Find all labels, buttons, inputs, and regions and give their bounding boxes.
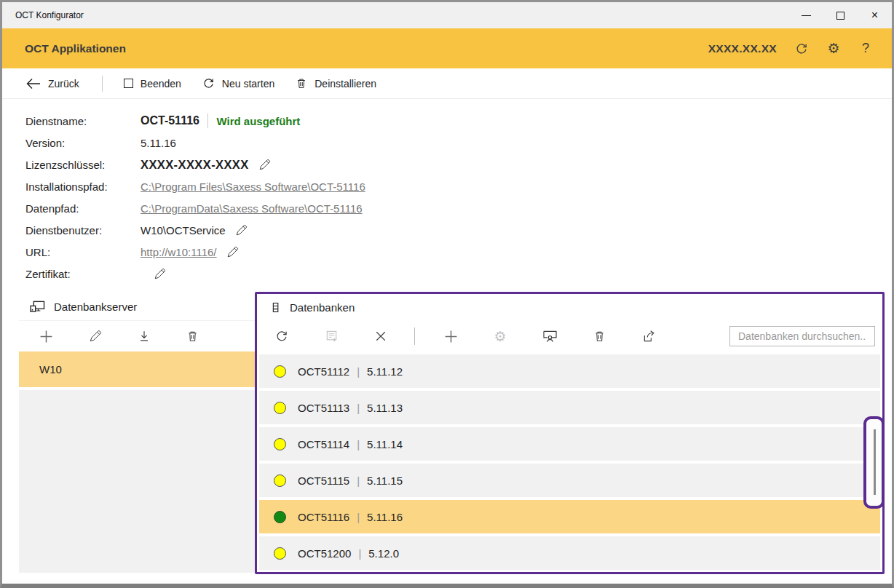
import-server-button[interactable] [119,330,168,343]
status-dot [274,402,286,414]
edit-license-button[interactable] [258,159,271,171]
pencil-icon [226,246,239,258]
edit-service-user-button[interactable] [235,224,248,237]
license-value: XXXX-XXXX-XXXX [141,158,249,172]
pencil-icon [258,159,271,171]
database-name: OCT51114 [298,438,349,450]
document-add-icon [325,330,339,343]
status-dot [274,474,286,487]
toolbar-divider [102,76,103,92]
detail-row-version: Version: 5.11.16 [25,132,365,154]
pencil-icon [235,224,248,237]
monitor-user-icon [542,330,558,343]
database-version: 5.12.0 [368,547,399,560]
database-name: OCT51115 [298,474,349,487]
data-path-link[interactable]: C:\ProgramData\Saxess Software\OCT-51116 [141,202,363,215]
edit-server-button[interactable] [71,330,119,343]
add-server-button[interactable] [22,330,71,343]
delete-server-button[interactable] [168,330,217,343]
plus-icon [444,330,458,343]
url-link[interactable]: http://w10:1116/ [141,246,217,258]
database-name: OCT51112 [298,365,349,378]
titlebar: OCT Konfigurator × [2,2,892,28]
detail-row-url: URL: http://w10:1116/ [25,241,365,263]
detail-row-license: Lizenzschlüssel: XXXX-XXXX-XXXX [25,154,365,175]
page-title: OCT Applikationen [25,42,126,55]
database-list-item[interactable]: OCT51113 | 5.11.13 [259,391,880,424]
edit-url-button[interactable] [226,246,239,258]
back-button[interactable]: Zurück [26,78,79,90]
refresh-icon[interactable] [794,41,809,56]
detail-row-certificate: Zertifikat: [25,263,365,285]
version-label: Version: [25,137,141,149]
separator: | [357,474,360,487]
stop-service-button[interactable]: Beenden [124,78,181,90]
edit-certificate-button[interactable] [154,268,166,280]
restart-service-button[interactable]: Neu starten [202,77,274,90]
database-list: OCT51112 | 5.11.12 OCT51113 | 5.11.13 OC… [259,354,880,570]
database-server-panel: Datenbankserver W10 [19,293,255,573]
scrollbar-highlight-box [863,416,885,509]
app-header: OCT Applikationen XXXX.XX.XX ⚙ ? [2,28,892,68]
devices-icon [29,300,46,314]
status-divider [207,114,209,128]
app-window: OCT Konfigurator × OCT Applikationen XXX… [0,0,894,588]
connect-user-button[interactable] [525,330,574,343]
database-list-item[interactable]: OCT51112 | 5.11.12 [259,354,880,388]
database-version: 5.11.13 [367,402,403,414]
database-list-item[interactable]: OCT51116 | 5.11.16 [259,500,880,533]
delete-database-button[interactable] [574,330,624,343]
server-name: W10 [39,363,62,376]
add-database-button[interactable] [426,330,475,343]
command-bar: Zurück Beenden Neu starten Deinstalliere… [2,68,892,99]
toolbar-divider [414,327,415,345]
refresh-databases-button[interactable] [257,330,306,343]
server-panel-title: Datenbankserver [54,301,137,313]
service-name-label: Dienstname: [25,115,141,127]
server-list-empty-area [19,390,255,573]
database-version: 5.11.12 [367,365,403,378]
export-database-button[interactable] [624,330,673,343]
detail-row-data-path: Datenpfad: C:\ProgramData\Saxess Softwar… [25,197,365,219]
restart-label: Neu starten [222,78,274,90]
status-dot [274,438,286,450]
database-list-item[interactable]: OCT51200 | 5.12.0 [259,536,880,570]
uninstall-button[interactable]: Deinstallieren [296,77,376,90]
server-panel-toolbar [19,320,255,351]
database-search-input[interactable] [729,326,875,346]
script-add-button[interactable] [306,330,356,343]
uninstall-label: Deinstallieren [315,78,376,90]
separator: | [357,511,360,523]
database-list-item[interactable]: OCT51115 | 5.11.15 [259,464,880,497]
download-icon [138,330,151,343]
install-path-link[interactable]: C:\Program Files\Saxess Software\OCT-511… [141,180,365,193]
data-path-label: Datenpfad: [25,202,141,215]
maximize-button[interactable] [823,2,858,28]
gear-icon[interactable]: ⚙ [826,41,841,56]
url-label: URL: [25,246,141,258]
server-panel-header: Datenbankserver [19,293,255,320]
database-version: 5.11.15 [367,474,403,487]
certificate-label: Zertifikat: [25,268,141,280]
databases-panel-header: Datenbanken [257,294,882,320]
database-list-item[interactable]: OCT51114 | 5.11.14 [259,427,880,461]
database-settings-button[interactable]: ⚙ [475,330,525,343]
scrollbar-thumb[interactable] [874,429,876,495]
install-path-label: Installationspfad: [25,180,141,193]
stop-icon [124,79,133,88]
help-icon[interactable]: ? [858,41,873,56]
databases-toolbar: ⚙ [257,320,882,352]
status-dot [274,547,286,560]
server-list-item[interactable]: W10 [19,351,255,387]
pencil-icon [89,330,102,343]
x-icon [375,330,387,342]
close-button[interactable]: × [858,2,892,28]
close-database-button[interactable] [356,330,406,342]
minimize-icon [802,15,811,16]
restart-icon [202,77,215,90]
database-name: OCT51116 [298,511,349,523]
minimize-button[interactable] [789,2,823,28]
pencil-icon [154,268,166,280]
separator: | [358,547,361,560]
database-version: 5.11.14 [367,438,403,450]
